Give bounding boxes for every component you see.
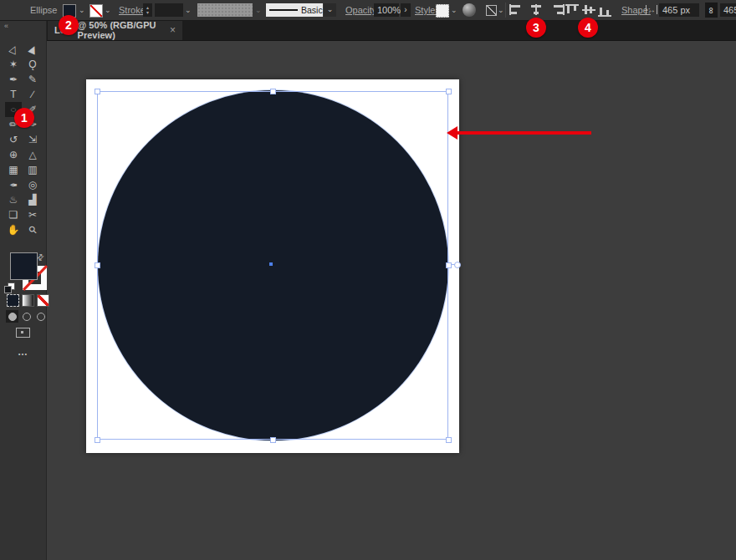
edit-toolbar-button[interactable]: … [0,346,46,358]
draw-inside-mode-button[interactable] [34,310,47,323]
selection-handle[interactable] [446,89,452,94]
chevron-down-icon[interactable] [185,6,192,14]
mesh-tool-icon: ▦ [8,164,18,176]
selection-bounding-box [97,91,448,440]
chevron-down-icon[interactable] [105,6,111,14]
line-segment-tool-icon: ∕ [32,89,33,100]
brush-stroke-preview [269,9,298,11]
type-tool[interactable]: T [6,88,21,101]
slice-tool-icon: ✂ [28,209,37,221]
hand-tool[interactable]: ✋ [6,223,21,237]
selection-tool[interactable]: ▷ [6,43,21,56]
link-dimensions-icon[interactable]: ∞ [705,3,718,18]
chevron-down-icon[interactable] [79,6,85,14]
chevron-down-icon[interactable] [451,6,457,14]
chevron-down-icon [255,6,262,14]
select-similar-options-icon[interactable] [486,5,497,16]
brush-definition-dropdown[interactable]: Basic [266,3,323,17]
selection-handle[interactable] [95,89,100,94]
lasso-tool[interactable]: Ǫ [25,58,40,71]
shape-height-field[interactable]: 465 [720,3,736,17]
canvas-area[interactable] [46,40,736,560]
annotation-badge-1: 1 [14,108,34,128]
curvature-tool-icon: ✎ [28,74,37,85]
horizontal-align-left-icon[interactable] [509,4,524,15]
stroke-color-swatch[interactable] [89,4,103,18]
perspective-grid-tool[interactable]: △ [25,148,40,161]
stroke-weight-stepper[interactable]: ▴▾ [143,3,152,17]
vertical-align-bottom-icon[interactable] [598,4,611,17]
eyedropper-tool[interactable]: ✒ [6,178,21,191]
magic-wand-tool[interactable]: ✶ [6,58,21,71]
selection-handle[interactable] [270,437,276,443]
column-graph-tool[interactable]: ▟ [25,193,40,206]
document-tab-bar: Lo @ 50% (RGB/GPU Preview) × [46,20,736,41]
annotation-arrow-head-icon [447,126,457,140]
artboard-tool[interactable]: ❏ [6,208,21,221]
collapse-panel-icon[interactable]: « [4,22,8,30]
rotate-tool[interactable]: ↺ [6,133,21,146]
perspective-grid-tool-icon: △ [28,149,36,160]
shape-center-point[interactable] [269,262,273,266]
annotation-badge-4: 4 [578,18,598,38]
none-button[interactable] [37,294,49,307]
selection-handle[interactable] [95,437,100,443]
line-segment-tool[interactable]: ∕ [25,88,40,101]
mesh-tool[interactable]: ▦ [6,163,21,176]
lasso-tool-icon: Ǫ [28,59,36,70]
brush-name: Basic [301,5,323,15]
document-title-end: @ 50% (RGB/GPU Preview) [78,20,161,40]
type-tool-icon: T [10,89,16,100]
shape-builder-tool-icon: ⊕ [9,149,18,160]
vertical-align-center-icon[interactable] [582,4,595,15]
direct-selection-tool[interactable]: ▶ [25,43,40,56]
horizontal-align-center-icon[interactable] [529,4,543,15]
blend-tool[interactable]: ◎ [25,178,40,191]
draw-normal-mode-button[interactable] [6,310,18,323]
style-swatch[interactable] [436,4,449,18]
change-screen-mode-icon[interactable] [16,328,30,338]
gradient-tool[interactable]: ▥ [25,163,40,176]
zoom-tool-icon: ⚲ [26,223,39,237]
annotation-arrow-shaft [456,131,591,135]
eyedropper-tool-icon: ✒ [9,179,18,191]
annotation-badge-3: 3 [526,18,546,38]
slice-tool[interactable]: ✂ [25,208,40,221]
close-icon[interactable]: × [170,24,176,36]
rotate-tool-icon: ↺ [9,134,18,145]
shape-widget-handle[interactable] [454,262,461,268]
chevron-down-icon[interactable] [498,6,504,14]
default-fill-stroke-icon[interactable] [4,283,14,293]
color-button[interactable] [7,294,19,307]
vertical-align-top-icon[interactable] [565,4,579,17]
selection-handle[interactable] [446,437,452,443]
hand-tool-icon: ✋ [8,224,20,236]
artboard[interactable] [86,79,459,453]
horizontal-align-right-icon[interactable] [549,4,565,15]
recolor-artwork-icon[interactable] [463,3,476,17]
gradient-button[interactable] [22,294,34,307]
curvature-tool[interactable]: ✎ [25,73,40,86]
opacity-expand-button[interactable]: › [401,3,411,17]
free-transform-tool-icon: ⇲ [28,134,37,145]
shape-width-field[interactable]: 465 px [659,3,699,17]
opacity-field[interactable]: 100% [374,3,399,17]
magic-wand-tool-icon: ✶ [9,59,18,70]
direct-selection-tool-icon: ▶ [26,43,40,55]
draw-behind-mode-button[interactable] [20,310,33,323]
shape-builder-tool[interactable]: ⊕ [6,148,21,161]
symbol-sprayer-tool[interactable]: ♨ [6,193,21,206]
chevron-down-icon[interactable]: ⌄ [324,3,336,17]
fill-swatch-indicator[interactable] [10,252,38,280]
control-bar: Ellipse Stroke: ▴▾ Basic ⌄ Opacity: 100%… [0,0,736,21]
zoom-tool[interactable]: ⚲ [25,223,40,237]
stepper-down-icon: ▾ [146,10,149,15]
selection-handle[interactable] [95,262,100,268]
free-transform-tool[interactable]: ⇲ [25,133,40,146]
stroke-weight-field[interactable] [155,3,183,17]
style-label-link[interactable]: Style: [415,5,438,15]
pen-tool[interactable]: ✒ [6,73,21,86]
context-tool-label: Ellipse [30,5,57,15]
selection-handle[interactable] [270,89,276,94]
selection-tool-icon: ▷ [7,43,21,55]
